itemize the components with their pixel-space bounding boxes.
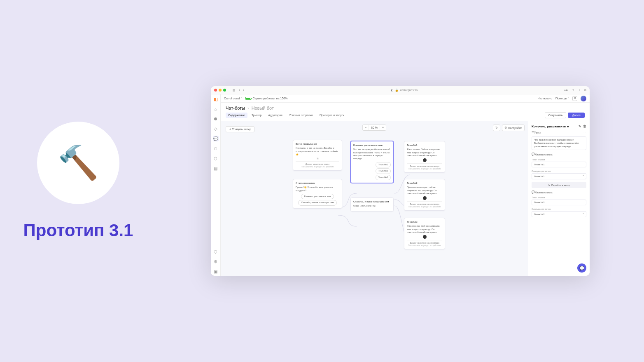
zoom-control: − 80 % + [362, 125, 386, 131]
node-text: Окей. Я тут, если что [353, 205, 391, 207]
next-branch-label: Следующая ветка [532, 170, 586, 172]
next-button[interactable]: Далее [568, 113, 585, 118]
refresh-button[interactable]: ↻ [493, 125, 500, 131]
section-answer-label: Кнопка ответа [535, 153, 583, 156]
rail-addons-icon[interactable]: ⬡ [213, 249, 219, 254]
rail-users-icon[interactable]: ⚉ [213, 116, 219, 122]
tab-trigger[interactable]: Триггер [249, 113, 264, 118]
tab-conditions[interactable]: Условия отправки [287, 113, 315, 118]
tabs-icon[interactable]: ⧉ [584, 89, 586, 92]
url[interactable]: carrotquest.io [400, 89, 418, 92]
node-option-browse[interactable]: Спасибо, я пока посмотрю сам [298, 200, 336, 205]
browser-window: ▥ ‹ › ◐ 🔒 carrotquest.io ᴀA ⇪ + ⧉ ◧ ⌂ ⚉ … [211, 86, 590, 276]
node-text: Я вас понял. Сейчас направлю ваш вопрос … [407, 225, 442, 234]
breadcrumb: Чат-боты › Новый бот [221, 103, 590, 112]
save-button[interactable]: Сохранить [545, 112, 567, 118]
breadcrumb-root[interactable]: Чат-боты [226, 106, 245, 110]
rail-home-icon[interactable]: ⌂ [213, 106, 219, 112]
section-more-icon[interactable]: ⋯ [583, 153, 586, 156]
rail-send-icon[interactable]: ◇ [213, 126, 219, 132]
app-logo-icon[interactable]: ◧ [213, 96, 219, 102]
btn1-next-select[interactable]: Тема №1˅ [532, 173, 586, 179]
translate-icon[interactable]: ᴀA [564, 89, 568, 92]
workspace-selector[interactable]: Carrot quest ˅ [224, 97, 242, 100]
whats-new-link[interactable]: Что нового [538, 97, 552, 100]
flow-canvas[interactable]: + Создать ветку − 80 % + ↻ ⚙Настройки [221, 121, 528, 276]
properties-panel: Конечно, расскажите м ✎ 🗑 ☰ Текст ⋯ Что … [528, 121, 590, 276]
tab-content[interactable]: Содержание [226, 113, 247, 118]
node-title: Стартовая ветка [296, 181, 339, 185]
btn-text-label-2: Текст кнопки [532, 196, 586, 199]
node-text: Привет!👋 Хотите больше узнать о продукте… [296, 186, 339, 192]
tab-check-launch[interactable]: Проверка и запуск [317, 113, 347, 118]
nav-forward-icon[interactable]: › [243, 89, 244, 92]
edit-icon[interactable]: ✎ [579, 125, 581, 128]
minimize-window-icon[interactable] [219, 89, 222, 92]
answer-button-icon: 💬 [532, 190, 535, 194]
rail-reports-icon[interactable]: ▤ [213, 165, 219, 171]
section-text-label: Текст [534, 131, 583, 134]
node-title: Тема №1 [407, 143, 442, 147]
chat-icon: 💬 [579, 266, 584, 270]
zoom-level[interactable]: 80 % [369, 125, 380, 130]
shield-icon: ◐ [391, 89, 393, 92]
btn-text-label: Текст кнопки [532, 158, 586, 161]
sidebar-toggle-icon[interactable]: ▥ [233, 89, 236, 92]
node-theme1[interactable]: Тема №1 Я вас понял. Сейчас направлю ваш… [404, 141, 445, 173]
section-more-icon[interactable]: ⋯ [583, 190, 586, 194]
node-theme2[interactable]: Тема №2 Принял ваш вопрос, сейчас направ… [404, 179, 445, 211]
node-footer-sub: Пользователь не увидит это действие [296, 166, 339, 168]
tab-audience[interactable]: Аудитория [266, 113, 285, 118]
btn2-next-select[interactable]: Тема №2˅ [532, 211, 586, 217]
rail-help-icon[interactable]: ▣ [213, 268, 219, 274]
notifications-icon[interactable]: ⚲ [572, 96, 577, 101]
new-tab-icon[interactable]: + [579, 89, 580, 92]
rail-bot-icon[interactable]: ☖ [213, 146, 219, 151]
rail-knowledge-icon[interactable]: ⬡ [213, 155, 219, 161]
node-option-t2[interactable]: Тема №2 [376, 168, 391, 174]
text-content[interactable]: Что вас интересует больше всего? Выберит… [532, 136, 586, 150]
next-branch-label-2: Следующая ветка [532, 208, 586, 210]
node-option-t1[interactable]: Тема №1 [376, 162, 391, 167]
lock-icon: 🔒 [395, 89, 399, 92]
user-avatar[interactable] [581, 96, 586, 101]
section-answer-label-2: Кнопка ответа [535, 191, 583, 194]
section-more-icon[interactable]: ⋯ [583, 131, 586, 134]
node-option-t3[interactable]: Тема №3 [376, 175, 391, 180]
node-footer: Диалог назначен на оператора [407, 203, 442, 206]
node-footer: Диалог назначен на оператора [407, 165, 442, 168]
chat-fab[interactable]: 💬 [577, 263, 586, 273]
canvas-settings-button[interactable]: ⚙Настройки [502, 125, 525, 131]
node-footer-sub: Пользователь не увидит это действие [407, 244, 442, 247]
create-branch-button[interactable]: + Создать ветку [226, 126, 254, 132]
goto-branch-button[interactable]: ↳Перейти в ветку [532, 182, 586, 188]
browser-chrome: ▥ ‹ › ◐ 🔒 carrotquest.io ᴀA ⇪ + ⧉ [211, 86, 590, 94]
maximize-window-icon[interactable] [223, 89, 226, 92]
btn1-text-input[interactable] [532, 162, 586, 167]
node-theme3[interactable]: Тема №3 Я вас понял. Сейчас направлю ваш… [404, 218, 445, 249]
node-footer: Диалог назначен на оператора [407, 242, 442, 244]
node-tellme[interactable]: Конечно, расскажите мне Что вас интересу… [350, 141, 394, 183]
node-start[interactable]: Стартовая ветка Привет!👋 Хотите больше у… [293, 179, 342, 209]
help-link[interactable]: Помощь ˅ [555, 97, 569, 100]
nav-back-icon[interactable]: ‹ [239, 89, 240, 92]
node-interrupt[interactable]: Ветка прерывания Извините, я вас не поня… [293, 140, 342, 171]
node-text: Что вас интересует больше всего? Выберит… [353, 148, 391, 160]
rail-chat-icon[interactable]: 💬 [213, 136, 219, 141]
operator-avatar-icon [423, 196, 427, 200]
delete-icon[interactable]: 🗑 [583, 125, 586, 128]
node-title: Тема №3 [407, 220, 442, 223]
zoom-in-button[interactable]: + [380, 125, 386, 130]
rail-settings-icon[interactable]: ⚙ [213, 259, 219, 264]
node-text: Принял ваш вопрос, сейчас направлю его о… [407, 186, 442, 195]
zoom-out-button[interactable]: − [363, 125, 369, 130]
node-text: Извините, я вас не понял. Давайте я позо… [296, 147, 339, 156]
node-browse[interactable]: Спасибо, я пока посмотрю сам Окей. Я тут… [350, 197, 394, 212]
service-status: Сервис работает на 100% [245, 97, 287, 100]
close-window-icon[interactable] [214, 89, 217, 92]
node-option-tellme[interactable]: Конечно, расскажите мне [301, 194, 334, 199]
btn2-text-input[interactable] [532, 200, 586, 205]
breadcrumb-current: Новый бот [252, 106, 274, 110]
node-title: Конечно, расскажите мне [353, 143, 391, 147]
share-icon[interactable]: ⇪ [572, 89, 574, 92]
